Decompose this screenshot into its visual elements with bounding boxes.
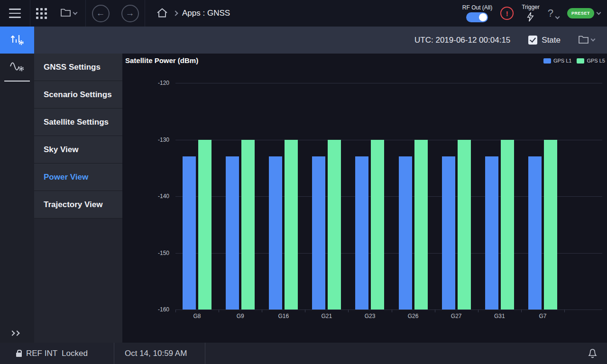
help-button[interactable]: ? [548, 8, 559, 18]
bar-gps-l1-g23 [355, 156, 368, 309]
trigger-button[interactable] [526, 12, 534, 23]
state-checkbox-group[interactable]: State [528, 36, 561, 45]
bar-group-g9 [226, 83, 255, 309]
trigger-label: Trigger [522, 4, 540, 10]
nav-item-power-view[interactable]: Power View [34, 164, 122, 191]
bar-group-g23 [355, 83, 385, 309]
nav-item-gnss-settings[interactable]: GNSS Settings [34, 54, 122, 81]
x-axis-tick [219, 309, 219, 312]
y-axis-tick-label: -130 [158, 136, 169, 143]
bar-gps-l1-g26 [399, 156, 412, 309]
bell-icon [588, 347, 598, 360]
file-menu-button[interactable] [52, 0, 85, 27]
nav-item-satellite-settings[interactable]: Satellite Settings [34, 109, 122, 136]
bar-series-container [175, 83, 564, 309]
expand-panel-button[interactable] [10, 331, 20, 335]
x-axis-tick [305, 309, 305, 312]
x-axis-tick [262, 309, 262, 312]
y-axis-tick-label: -150 [158, 250, 169, 256]
nav-item-sky-view[interactable]: Sky View [34, 136, 122, 164]
x-axis-label-g23: G23 [355, 313, 385, 319]
x-axis-label-g21: G21 [312, 313, 341, 319]
x-axis-ticks [175, 309, 565, 312]
apps-grid-icon [36, 8, 47, 19]
ref-label: REF INT [26, 349, 57, 358]
rail-item-gnss-app[interactable] [0, 27, 34, 54]
y-axis-tick-label: -160 [158, 306, 169, 313]
waveform-gear-icon [9, 60, 25, 75]
divider [145, 0, 145, 27]
chevron-down-icon [591, 37, 596, 42]
legend-swatch-gps-l1 [543, 58, 551, 64]
bar-gps-l5-g27 [458, 140, 471, 310]
menu-hamburger-button[interactable] [0, 0, 30, 27]
chevron-right-icon [173, 10, 178, 16]
divider [205, 343, 205, 364]
bar-gps-l1-g9 [226, 156, 239, 309]
legend-item-gps-l1: GPS L1 [543, 58, 572, 64]
bar-group-g7 [528, 83, 557, 309]
toolbar-right: RF Out (All) ! Trigger ? PRESET [462, 0, 607, 27]
bar-gps-l5-g16 [285, 140, 298, 310]
forward-button[interactable]: → [121, 5, 139, 22]
signal-gear-icon [9, 32, 25, 49]
bar-group-g27 [441, 83, 471, 309]
back-button[interactable]: ← [92, 5, 110, 22]
back-group: ← [86, 0, 115, 27]
bar-gps-l1-g31 [485, 156, 498, 309]
preset-pill: PRESET [567, 8, 594, 18]
bar-gps-l5-g21 [328, 140, 341, 310]
bar-group-g8 [183, 83, 212, 309]
bar-group-g31 [485, 83, 514, 309]
rf-out-label: RF Out (All) [462, 4, 492, 11]
chart-panel: Satellite Power (dBm) GPS L1GPS L5 -120-… [122, 54, 607, 343]
bar-gps-l1-g21 [312, 156, 325, 309]
apps-grid-button[interactable] [30, 0, 52, 27]
rail-item-waveform-app[interactable] [0, 54, 34, 81]
x-axis-label-g8: G8 [183, 313, 212, 319]
nav-item-scenario-settings[interactable]: Scenario Settings [34, 81, 122, 109]
state-file-button[interactable] [579, 36, 595, 45]
y-axis-tick-label: -140 [158, 193, 169, 200]
alert-icon[interactable]: ! [500, 7, 514, 20]
x-axis-tick [435, 309, 435, 312]
x-axis-label-g9: G9 [226, 313, 255, 319]
home-button[interactable] [156, 0, 168, 27]
datetime-text: Oct 14, 10:59 AM [114, 349, 205, 358]
x-axis-label-g27: G27 [441, 313, 471, 319]
breadcrumb[interactable]: Apps : GNSS [182, 9, 230, 18]
bar-gps-l1-g27 [442, 156, 455, 309]
bar-gps-l5-g7 [544, 140, 557, 310]
ref-lock-status: Locked [62, 349, 88, 358]
utc-bar: UTC: 2019-06-12 00:04:15 State [34, 27, 607, 54]
rf-out-toggle[interactable] [466, 12, 488, 22]
chevron-down-icon [73, 10, 78, 15]
top-toolbar: ← → Apps : GNSS RF Out (All) ! Trigger [0, 0, 607, 27]
x-axis-tick [392, 309, 392, 312]
x-axis-tick [478, 309, 478, 312]
nav-item-trajectory-view[interactable]: Trajectory View [34, 191, 122, 218]
folder-icon [61, 9, 71, 18]
chevron-right-icon [14, 330, 19, 336]
plot: -120-130-140-150-160G8G9G16G21G23G26G27G… [175, 83, 602, 309]
chart-title: Satellite Power (dBm) [125, 56, 198, 64]
x-axis-label-g31: G31 [485, 313, 514, 319]
help-icon: ? [548, 8, 553, 18]
bar-gps-l5-g23 [371, 140, 384, 310]
x-axis-labels: G8G9G16G21G23G26G27G31G7 [175, 313, 564, 319]
lightning-bolt-icon [526, 12, 534, 23]
notifications-button[interactable] [588, 347, 598, 360]
home-icon [157, 8, 167, 19]
bar-gps-l5-g26 [414, 140, 428, 310]
y-axis-tick-label: -120 [158, 80, 169, 86]
nav-menu: GNSS SettingsScenario SettingsSatellite … [34, 54, 122, 343]
chevron-down-icon [597, 10, 601, 15]
preset-button[interactable]: PRESET [567, 8, 600, 18]
chart-legend: GPS L1GPS L5 [543, 58, 605, 64]
legend-label-gps-l5: GPS L5 [587, 58, 605, 64]
toolbar-left: ← → Apps : GNSS [0, 0, 230, 27]
state-checkbox[interactable] [528, 36, 537, 45]
x-axis-label-g7: G7 [528, 313, 557, 319]
bar-group-g21 [312, 83, 341, 309]
x-axis-tick [348, 309, 349, 312]
